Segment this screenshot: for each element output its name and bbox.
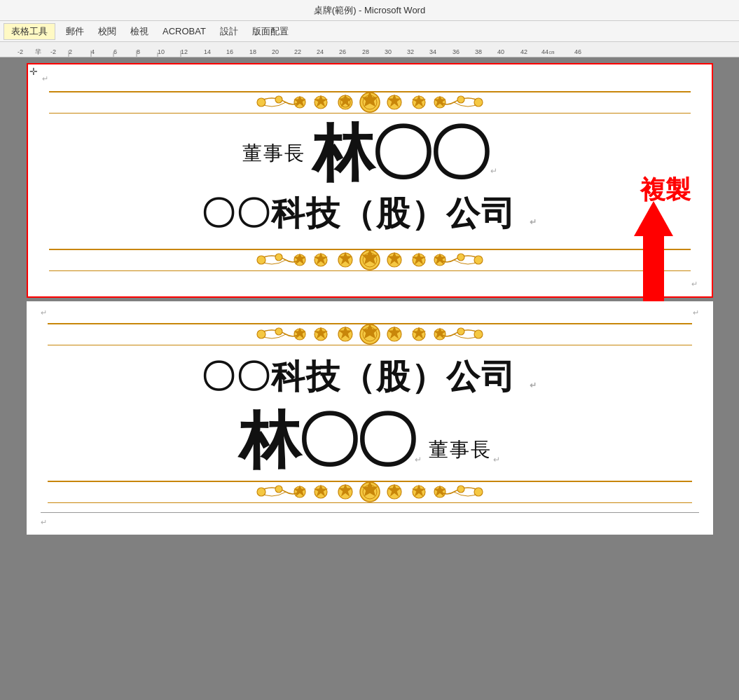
para-mark-name-2: ↵ — [415, 455, 422, 465]
title-label-2: 董事長 — [429, 437, 492, 463]
ornament2-bot-bottomline — [48, 502, 692, 504]
document-area: ✛ ↵ — [0, 57, 739, 700]
svg-point-44 — [474, 98, 483, 107]
svg-text:22: 22 — [294, 48, 301, 55]
svg-text:14: 14 — [204, 48, 211, 55]
svg-text:38: 38 — [475, 48, 482, 55]
svg-point-69 — [457, 328, 464, 335]
svg-text:18: 18 — [249, 48, 256, 55]
card-1[interactable]: ✛ ↵ — [27, 63, 713, 298]
table-tools-label: 表格工具 — [11, 26, 48, 36]
svg-text:6: 6 — [113, 48, 117, 55]
para-mark-card2-right: ↵ — [693, 308, 699, 317]
svg-point-76 — [275, 486, 282, 493]
menu-design[interactable]: 設計 — [213, 22, 245, 41]
menu-layout[interactable]: 版面配置 — [245, 22, 296, 41]
svg-point-39 — [257, 98, 265, 107]
ornament-2-bottom-line — [49, 270, 691, 272]
para-mark-top-left: ↵ — [42, 74, 48, 83]
svg-point-51 — [257, 256, 265, 264]
svg-text:34: 34 — [429, 48, 436, 55]
svg-text:羋: 羋 — [35, 48, 41, 55]
bottom-ornament — [42, 243, 698, 277]
ornament2-bot-topline — [48, 481, 692, 482]
svg-point-81 — [457, 486, 464, 493]
arrow-head — [634, 201, 673, 236]
company-text-1: 〇〇科技（股）公司 ↵ — [42, 188, 698, 243]
menu-acrobat[interactable]: ACROBAT — [156, 23, 213, 39]
ornament2-bottom-line — [48, 345, 692, 346]
svg-text:28: 28 — [362, 48, 369, 55]
menu-bar: 表格工具 郵件 校閱 檢視 ACROBAT 設計 版面配置 — [0, 21, 739, 42]
card-2: ↵ ↵ — [27, 301, 713, 535]
para-mark-company: ↵ — [530, 217, 538, 227]
svg-text:46: 46 — [574, 48, 581, 55]
svg-point-57 — [457, 254, 464, 261]
svg-text:42: 42 — [520, 48, 527, 55]
svg-text:12: 12 — [181, 48, 188, 55]
svg-point-56 — [474, 256, 483, 264]
para-mark-card2-left: ↵ — [41, 308, 47, 317]
para-mark-title-2: ↵ — [493, 455, 500, 465]
ornament2-top-line — [48, 323, 692, 324]
ornament-bottom-line — [49, 113, 691, 114]
svg-point-75 — [257, 488, 265, 496]
name-row-1: 董事長 林〇〇 ↵ — [42, 119, 698, 188]
svg-text:2: 2 — [69, 48, 72, 55]
title-text: 桌牌(範例) - Microsoft Word — [314, 4, 425, 17]
svg-text:20: 20 — [272, 48, 279, 55]
para-mark-name: ↵ — [490, 166, 497, 176]
svg-point-80 — [474, 488, 483, 496]
company-text-2: 〇〇科技（股）公司 ↵ — [41, 351, 699, 406]
svg-text:-2: -2 — [18, 48, 23, 55]
svg-text:24: 24 — [317, 48, 324, 55]
svg-text:32: 32 — [407, 48, 414, 55]
title-bar: 桌牌(範例) - Microsoft Word — [0, 0, 739, 21]
svg-text:16: 16 — [226, 48, 233, 55]
svg-point-68 — [474, 330, 483, 338]
top-ornament — [42, 85, 698, 119]
bottom-ornament-2 — [41, 475, 699, 509]
name-row-2: 林〇〇 ↵ 董事長 ↵ — [41, 406, 699, 475]
svg-text:4: 4 — [91, 48, 95, 55]
svg-text:40: 40 — [497, 48, 504, 55]
svg-point-64 — [275, 328, 282, 335]
svg-point-63 — [257, 330, 265, 338]
para-mark-bottom-right: ↵ — [691, 280, 698, 288]
para-mark-company-2: ↵ — [530, 380, 538, 390]
title-label-1: 董事長 — [242, 140, 305, 167]
svg-point-45 — [457, 96, 464, 103]
menu-review[interactable]: 校閱 — [91, 22, 123, 41]
separator-line — [41, 512, 699, 513]
name-text-2: 林〇〇 — [239, 410, 413, 472]
svg-text:8: 8 — [137, 48, 140, 55]
menu-view[interactable]: 檢視 — [123, 22, 156, 41]
svg-text:30: 30 — [385, 48, 392, 55]
ornament-bottom-top-line — [49, 249, 691, 250]
name-text-1: 林〇〇 — [312, 123, 487, 184]
svg-point-40 — [275, 96, 282, 103]
para-mark-card2-bottom: ↵ — [41, 518, 47, 526]
top-ornament-2 — [41, 317, 699, 351]
svg-text:44㎝: 44㎝ — [541, 48, 555, 55]
svg-text:10: 10 — [158, 48, 165, 55]
menu-mail[interactable]: 郵件 — [59, 22, 91, 41]
ornament-top-line — [49, 91, 691, 92]
table-tools-tab[interactable]: 表格工具 — [4, 23, 55, 40]
move-handle[interactable]: ✛ — [29, 66, 38, 77]
svg-text:-2: -2 — [50, 48, 56, 55]
svg-rect-0 — [0, 42, 739, 57]
svg-point-52 — [275, 254, 282, 261]
svg-text:26: 26 — [339, 48, 346, 55]
svg-text:36: 36 — [453, 48, 460, 55]
ruler: -2 羋 -2 2 4 6 8 10 12 14 16 18 20 22 24 … — [0, 42, 739, 57]
